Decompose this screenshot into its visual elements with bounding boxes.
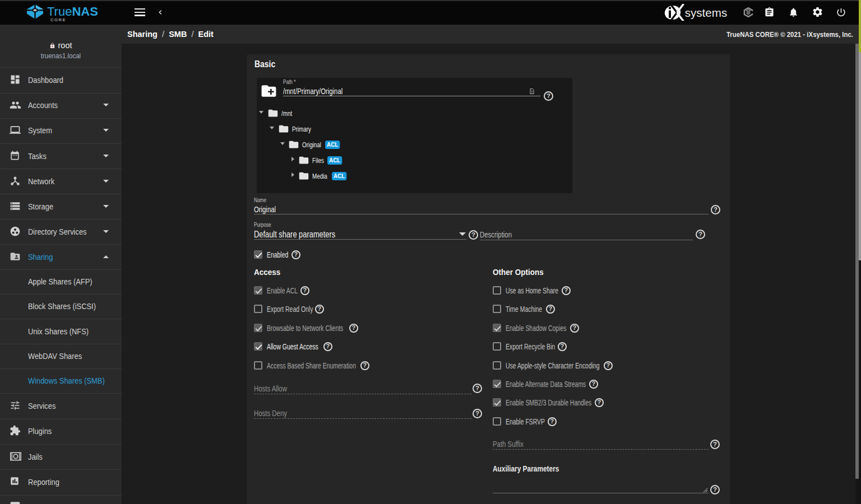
svg-text:systems: systems [685, 6, 727, 19]
